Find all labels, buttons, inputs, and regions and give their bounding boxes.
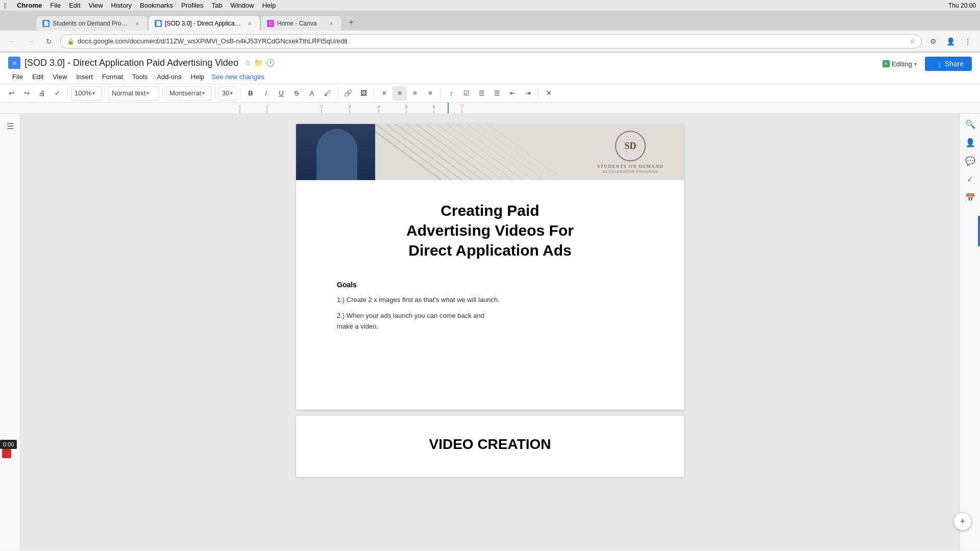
docs-menu-help[interactable]: Help <box>187 71 209 83</box>
tab-1-close[interactable]: × <box>133 19 141 28</box>
separator-9 <box>538 88 538 98</box>
share-button[interactable]: 👥 Share <box>925 57 972 71</box>
link-button[interactable]: 🔗 <box>341 86 355 101</box>
size-value: 30 <box>222 89 229 97</box>
docs-menu-edit[interactable]: Edit <box>28 71 47 83</box>
title-line3: Direct Application Ads <box>337 240 643 260</box>
redo-button[interactable]: ↪ <box>19 86 34 101</box>
share-icon: 👥 <box>933 60 942 68</box>
docs-menu-file[interactable]: File <box>8 71 27 83</box>
see-new-changes[interactable]: See new changes <box>212 73 264 81</box>
svg-text:3: 3 <box>348 104 351 109</box>
spellcheck-button[interactable]: ✓ <box>50 86 64 101</box>
forward-button[interactable]: → <box>23 34 38 48</box>
page-2-title: VIDEO CREATION <box>337 436 643 453</box>
checklist-button[interactable]: ☑ <box>459 86 474 101</box>
help-float-button[interactable]: + <box>953 512 972 531</box>
doc-area[interactable]: SD STUDENTS ON DEMAND ACCELERATOR PROGRA… <box>20 114 960 550</box>
move-icon[interactable]: 📁 <box>254 59 263 67</box>
menu-window[interactable]: Window <box>230 2 254 9</box>
refresh-button[interactable]: ↻ <box>42 34 56 48</box>
bookmark-icon[interactable]: ☆ <box>910 38 915 45</box>
text-color-button[interactable]: A <box>305 86 319 101</box>
sidebar-chat-icon[interactable]: 💬 <box>962 153 978 169</box>
line-spacing[interactable]: ↕ <box>444 86 458 101</box>
menu-history[interactable]: History <box>111 2 132 9</box>
align-justify[interactable]: ≡ <box>423 86 437 101</box>
indent-decrease[interactable]: ⇤ <box>505 86 520 101</box>
docs-menu-format[interactable]: Format <box>98 71 127 83</box>
align-left[interactable]: ≡ <box>377 86 391 101</box>
menu-bookmarks[interactable]: Bookmarks <box>140 2 173 9</box>
menu-help[interactable]: Help <box>262 2 276 9</box>
new-tab-button[interactable]: + <box>344 15 358 30</box>
size-dropdown[interactable]: 30 ▾ <box>218 86 237 101</box>
ruler: 1 1 2 3 4 5 6 7 <box>0 103 980 114</box>
italic-button[interactable]: I <box>259 86 273 101</box>
tab-2-close[interactable]: × <box>246 19 254 28</box>
bold-button[interactable]: B <box>243 86 258 101</box>
menu-tab[interactable]: Tab <box>211 2 222 9</box>
menu-view[interactable]: View <box>89 2 103 9</box>
editing-icon: ✎ <box>883 60 890 67</box>
menu-profiles[interactable]: Profiles <box>181 2 203 9</box>
style-value: Normal text <box>112 89 145 97</box>
tab-1[interactable]: 📄 Students on Demand Progra... × <box>36 15 148 31</box>
more-button[interactable]: ⋮ <box>961 34 975 48</box>
menu-file[interactable]: File <box>50 2 61 9</box>
style-dropdown[interactable]: Normal text ▾ <box>108 86 159 101</box>
extensions-button[interactable]: ⚙ <box>926 34 940 48</box>
zoom-value: 100% <box>75 89 91 97</box>
font-dropdown[interactable]: Montserrat ▾ <box>166 86 212 101</box>
docs-title-row-wrapper: ≡ [SOD 3.0] - Direct Application Paid Ad… <box>8 57 972 71</box>
image-button[interactable]: 🖼 <box>356 86 371 101</box>
align-right[interactable]: ≡ <box>408 86 422 101</box>
tab-3-close[interactable]: × <box>327 19 335 28</box>
docs-menu-addons[interactable]: Add-ons <box>153 71 185 83</box>
editing-badge[interactable]: ✎ Editing ▾ <box>878 58 921 70</box>
font-value: Montserrat <box>169 89 201 97</box>
sidebar-tasks-icon[interactable]: ✓ <box>962 171 978 187</box>
docs-icon-symbol: ≡ <box>13 59 16 67</box>
bullet-list[interactable]: ☰ <box>475 86 489 101</box>
goals-title: Goals <box>337 281 643 289</box>
logo-circle: SD <box>615 131 646 161</box>
sidebar-contacts-icon[interactable]: 👤 <box>962 134 978 151</box>
profile-button[interactable]: 👤 <box>943 34 958 48</box>
star-icon[interactable]: ☆ <box>244 59 251 67</box>
docs-menu-tools[interactable]: Tools <box>128 71 152 83</box>
indent-increase[interactable]: ⇥ <box>521 86 535 101</box>
red-square-indicator[interactable] <box>2 449 11 458</box>
menu-edit[interactable]: Edit <box>69 2 80 9</box>
zoom-dropdown[interactable]: 100% ▾ <box>71 86 102 101</box>
tab-3[interactable]: C Home - Canva × <box>260 15 342 31</box>
highlight-button[interactable]: 🖊 <box>320 86 334 101</box>
svg-text:7: 7 <box>460 104 463 109</box>
back-button[interactable]: ← <box>5 34 19 48</box>
align-center[interactable]: ≡ <box>393 86 407 101</box>
doc-title[interactable]: [SOD 3.0] - Direct Application Paid Adve… <box>24 58 238 68</box>
strikethrough-button[interactable]: S <box>289 86 304 101</box>
sidebar-calendar-icon[interactable]: 📅 <box>962 189 978 206</box>
undo-button[interactable]: ↩ <box>4 86 18 101</box>
tab-2[interactable]: 📄 [SOD 3.0] - Direct Applicatio... × <box>148 15 260 31</box>
apple-logo[interactable]:  <box>4 2 7 10</box>
address-path: /document/d/11ZW_wsXPiMVi_OsB-n4kJ53YRCd… <box>128 37 347 45</box>
docs-menu-insert[interactable]: Insert <box>72 71 97 83</box>
history-icon[interactable]: 🕐 <box>266 59 275 67</box>
sidebar-search-icon[interactable]: 🔍 <box>962 116 978 132</box>
print-button[interactable]: 🖨 <box>35 86 49 101</box>
docs-menu-view[interactable]: View <box>48 71 71 83</box>
numbered-list[interactable]: ☰ <box>490 86 504 101</box>
menu-bar-right: Thu 20:00 <box>948 2 976 9</box>
outline-toggle[interactable]: ☰ <box>2 118 18 134</box>
editing-chevron: ▾ <box>914 61 917 67</box>
separator-6 <box>337 88 338 98</box>
clear-format[interactable]: ✕ <box>542 86 556 101</box>
menu-chrome[interactable]: Chrome <box>17 2 42 9</box>
address-bar[interactable]: 🔒 docs.google.com/document/d/11ZW_wsXPiM… <box>60 34 922 48</box>
separator-2 <box>105 88 105 98</box>
underline-button[interactable]: U <box>274 86 288 101</box>
title-line2: Advertising Videos For <box>337 220 643 240</box>
docs-icon: ≡ <box>8 57 20 69</box>
